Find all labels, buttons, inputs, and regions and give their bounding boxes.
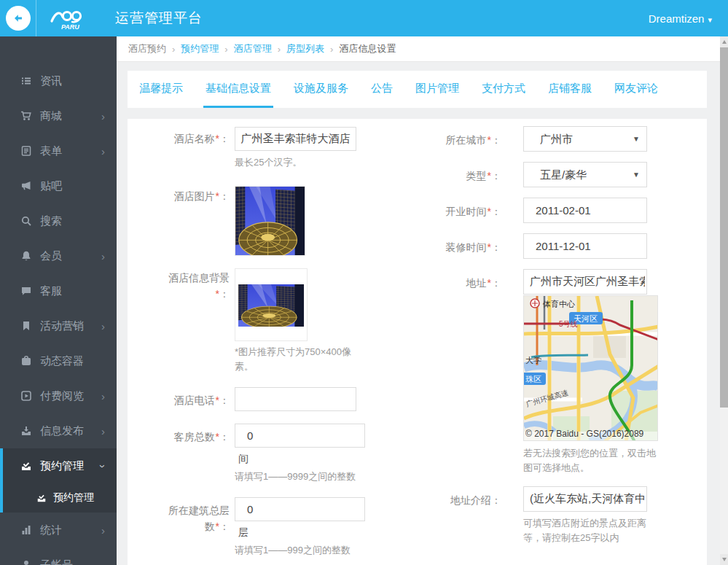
page-scrollbar[interactable]	[720, 36, 728, 565]
tab-facilities[interactable]: 设施及服务	[291, 71, 351, 108]
svg-text:5号线: 5号线	[559, 320, 578, 328]
hotel-name-input[interactable]	[235, 127, 356, 151]
sidebar-item-service[interactable]: 客服	[0, 273, 117, 308]
city-select[interactable]: 广州市 ▼	[523, 126, 647, 152]
search-icon	[20, 215, 32, 227]
breadcrumb-item: 酒店预约	[128, 42, 166, 55]
svg-text:体育中心: 体育中心	[542, 300, 575, 308]
chevron-right-icon: ›	[101, 320, 105, 332]
breadcrumb-link-hotel-mgmt[interactable]: 酒店管理	[234, 42, 272, 55]
type-label: 类型*：	[407, 168, 501, 184]
city-label: 所在城市*：	[407, 132, 501, 148]
sidebar-item-stats[interactable]: 统计 ›	[0, 513, 117, 548]
baidu-map[interactable]: 体育中心 天河区 5号线 大学 珠区 广州环城高速 © 2017 Baidu -…	[523, 295, 658, 441]
tab-bar: 温馨提示 基础信息设置 设施及服务 公告 图片管理 支付方式 店铺客服 网友评论	[128, 71, 707, 108]
user-icon	[20, 559, 32, 565]
breadcrumb-link-booking-mgmt[interactable]: 预约管理	[181, 42, 219, 55]
basic-info-form: 酒店名称*： 最长25个汉字。 酒店图片*： 酒店信息背景*： *图片推荐尺寸为…	[128, 119, 707, 565]
caret-down-icon: ▾	[708, 15, 712, 24]
hotel-name-hint: 最长25个汉字。	[235, 155, 302, 170]
floors-input[interactable]	[235, 497, 365, 521]
app-logo: PARU 运营管理平台	[48, 5, 203, 31]
chevron-right-icon: ›	[101, 524, 105, 537]
tab-image-mgmt[interactable]: 图片管理	[413, 71, 461, 108]
sidebar-item-news[interactable]: 资讯	[0, 63, 117, 98]
hotel-bg-thumbnail[interactable]	[235, 268, 308, 341]
chevron-right-icon: ›	[101, 250, 105, 262]
sidebar-item-booking[interactable]: 预约管理 ›	[3, 448, 117, 483]
back-arrow-icon	[6, 6, 31, 31]
hotel-image-thumbnail[interactable]	[235, 186, 305, 256]
room-total-input[interactable]	[235, 424, 365, 448]
user-account-menu[interactable]: Dreamtizen▾	[649, 12, 712, 25]
floors-unit: 层	[238, 526, 248, 539]
breadcrumb-separator: ›	[278, 44, 281, 55]
breadcrumb-link-room-list[interactable]: 房型列表	[286, 42, 324, 55]
address-input[interactable]	[523, 269, 647, 295]
hotel-bg-label: 酒店信息背景*：	[165, 270, 230, 302]
tab-basic-info[interactable]: 基础信息设置	[203, 71, 273, 108]
sidebar-subitem-booking[interactable]: 预约管理	[3, 483, 117, 513]
sidebar-item-subaccount[interactable]: 子帐号	[0, 548, 117, 565]
bookmark-icon	[20, 320, 32, 332]
breadcrumb-separator: ›	[330, 44, 333, 55]
tab-warm-tips[interactable]: 温馨提示	[137, 71, 185, 108]
sidebar-item-forum[interactable]: 贴吧	[0, 168, 117, 203]
scroll-up-button[interactable]	[720, 36, 728, 47]
room-total-label: 客房总数*：	[135, 429, 230, 445]
image-size-hint: *图片推荐尺寸为750×400像素。	[235, 345, 360, 374]
address-intro-label: 地址介绍：	[407, 492, 501, 508]
stats-icon	[20, 524, 32, 536]
scroll-down-button[interactable]	[720, 554, 728, 565]
sidebar-item-forms[interactable]: 表单 ›	[0, 133, 117, 168]
svg-text:PARU: PARU	[61, 23, 79, 31]
svg-text:大学: 大学	[525, 356, 541, 365]
chevron-right-icon: ›	[101, 425, 105, 437]
list-icon	[20, 75, 32, 87]
user-name: Dreamtizen	[649, 12, 705, 25]
apppark-logo-icon: PARU	[48, 5, 111, 31]
renovate-date-label: 装修时间*：	[407, 239, 501, 255]
chat-icon	[20, 285, 32, 297]
open-date-input[interactable]	[523, 198, 647, 223]
map-canvas: 体育中心 天河区 5号线 大学 珠区 广州环城高速	[524, 296, 658, 441]
hotel-bg-photo	[238, 284, 304, 327]
chevron-right-icon: ›	[101, 110, 105, 122]
tab-store-service[interactable]: 店铺客服	[546, 71, 594, 108]
tab-announcement[interactable]: 公告	[369, 71, 395, 108]
breadcrumb-separator: ›	[224, 44, 227, 55]
map-copyright: © 2017 Baidu - GS(2016)2089	[525, 429, 643, 439]
cart-icon	[20, 110, 32, 122]
chevron-right-icon: ›	[101, 390, 105, 402]
type-select[interactable]: 五星/豪华 ▼	[523, 162, 647, 187]
top-header: PARU 运营管理平台 Dreamtizen▾	[0, 0, 728, 36]
hotel-phone-label: 酒店电话*：	[135, 392, 230, 408]
sidebar-active-group: 预约管理 › 预约管理	[0, 448, 117, 513]
sidebar-item-mall[interactable]: 商城 ›	[0, 98, 117, 133]
renovate-date-input[interactable]	[523, 233, 647, 259]
tab-payment[interactable]: 支付方式	[480, 71, 528, 108]
play-icon	[20, 390, 32, 402]
open-date-label: 开业时间*：	[407, 203, 501, 219]
tab-reviews[interactable]: 网友评论	[612, 71, 660, 108]
sidebar-item-search[interactable]: 搜索	[0, 203, 117, 238]
room-total-hint: 请填写1——9999之间的整数	[235, 469, 402, 484]
sidebar-item-marketing[interactable]: 活动营销 ›	[0, 308, 117, 343]
back-button[interactable]	[0, 0, 36, 36]
form-icon	[20, 145, 32, 157]
address-label: 地址*：	[407, 275, 501, 291]
hotel-name-label: 酒店名称*：	[135, 130, 230, 147]
address-intro-input[interactable]	[523, 486, 647, 512]
sidebar-item-members[interactable]: 会员 ›	[0, 238, 117, 273]
breadcrumb-current: 酒店信息设置	[339, 42, 396, 55]
chevron-right-icon: ›	[101, 145, 105, 157]
scrollbar-thumb[interactable]	[720, 47, 728, 408]
hotel-phone-input[interactable]	[235, 387, 356, 411]
booking-icon	[20, 460, 32, 472]
sidebar-item-publish[interactable]: 信息发布 ›	[0, 413, 117, 448]
platform-title: 运营管理平台	[115, 9, 203, 28]
chevron-down-icon: ›	[97, 464, 109, 468]
sidebar-item-container[interactable]: 动态容器	[0, 343, 117, 378]
select-caret-icon: ▼	[633, 163, 640, 187]
sidebar-item-paid-reading[interactable]: 付费阅览 ›	[0, 378, 117, 413]
